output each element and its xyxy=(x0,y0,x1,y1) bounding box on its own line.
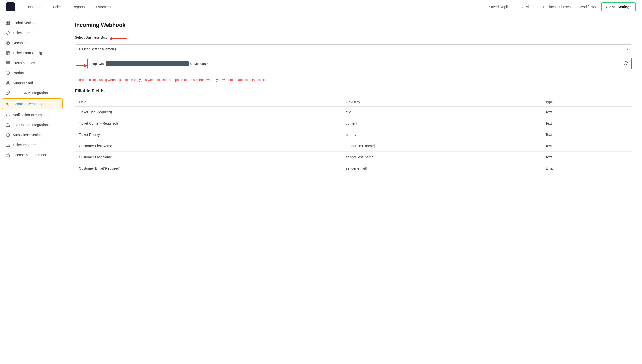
sidebar-item-notification-integrations[interactable]: Notification Integrations xyxy=(0,110,65,120)
sidebar-label-products: Products xyxy=(13,71,26,75)
field-name-2: Ticket Priority xyxy=(75,129,342,140)
field-key-1: content xyxy=(342,118,542,129)
sidebar-item-support-staff[interactable]: Support Staff xyxy=(0,78,65,88)
nav-activities[interactable]: Activities xyxy=(517,3,538,11)
webhook-warning-text: To create tickets using webhooks please … xyxy=(75,78,632,82)
table-row: Customer First Name sender[first_name] T… xyxy=(75,140,632,152)
link-icon xyxy=(6,91,10,95)
field-type-4: Text xyxy=(542,152,632,163)
table-row: Ticket Title(Required) title Text xyxy=(75,106,632,118)
sidebar-label-fluentcrm: FluentCRM Integration xyxy=(13,91,48,95)
refresh-webhook-button[interactable] xyxy=(620,58,632,69)
field-type-0: Text xyxy=(542,106,632,118)
webhook-icon xyxy=(6,102,10,106)
field-type-2: Text xyxy=(542,129,632,140)
svg-rect-8 xyxy=(6,62,10,62)
red-arrow-label xyxy=(110,36,130,41)
topnav: Dashboard Tickets Reports Customers Save… xyxy=(0,0,642,14)
sidebar-label-license-management: License Management xyxy=(13,153,46,157)
field-name-0: Ticket Title(Required) xyxy=(75,106,342,118)
webhook-url-box: https://fs. 50c3c29d8f4 xyxy=(88,58,632,70)
webhook-url-suffix: 50c3c29d8f4 xyxy=(190,62,208,66)
fillable-fields-title: Fillable Fields xyxy=(75,88,632,94)
svg-rect-1 xyxy=(8,21,10,22)
col-header-field-key: Field Key xyxy=(342,98,542,107)
field-key-4: sender[last_name] xyxy=(342,152,542,163)
refresh-icon xyxy=(624,61,628,66)
svg-rect-0 xyxy=(6,21,8,22)
sidebar: Global Settings Ticket Tags Recaptcha xyxy=(0,14,65,364)
package-icon xyxy=(6,71,10,75)
nav-tickets[interactable]: Tickets xyxy=(49,3,67,11)
sidebar-label-ticket-tags: Ticket Tags xyxy=(13,31,30,35)
sidebar-label-recaptcha: Recaptcha xyxy=(13,41,30,45)
nav-dashboard[interactable]: Dashboard xyxy=(23,3,47,11)
field-type-5: Email xyxy=(542,163,632,174)
table-row: Customer Last Name sender[last_name] Tex… xyxy=(75,152,632,163)
nav-business-inboxes[interactable]: Business Inboxes xyxy=(540,3,574,11)
sidebar-item-auto-close-settings[interactable]: Auto Close Settings xyxy=(0,130,65,140)
field-name-3: Customer First Name xyxy=(75,140,342,152)
nav-customers[interactable]: Customers xyxy=(90,3,114,11)
field-key-3: sender[first_name] xyxy=(342,140,542,152)
sidebar-item-ticket-form-config[interactable]: Ticket Form Config xyxy=(0,48,65,58)
sidebar-item-license-management[interactable]: License Management xyxy=(0,150,65,160)
lock-icon xyxy=(6,153,10,157)
bell-icon xyxy=(6,113,10,117)
business-box-dropdown-wrapper: Fs test Settings( email ) ▾ xyxy=(75,44,632,54)
sidebar-item-fluentcrm[interactable]: FluentCRM Integration xyxy=(0,88,65,98)
svg-point-5 xyxy=(6,41,10,45)
table-row: Ticket Priority priority Text xyxy=(75,129,632,140)
field-name-4: Customer Last Name xyxy=(75,152,342,163)
sidebar-label-global-settings: Global Settings xyxy=(13,21,36,25)
nav-reports[interactable]: Reports xyxy=(69,3,88,11)
sidebar-item-incoming-webhook[interactable]: Incoming Webhook xyxy=(2,98,63,110)
sidebar-item-recaptcha[interactable]: Recaptcha xyxy=(0,38,65,48)
webhook-url-display: https://fs. 50c3c29d8f4 xyxy=(88,59,620,68)
clock-icon xyxy=(6,133,10,137)
field-key-5: sender[email] xyxy=(342,163,542,174)
sidebar-item-ticket-importer[interactable]: Ticket Importer xyxy=(0,140,65,150)
webhook-url-masked xyxy=(106,62,189,66)
col-header-type: Type xyxy=(542,98,632,107)
sidebar-label-notification-integrations: Notification Integrations xyxy=(13,113,49,117)
upload-icon xyxy=(6,123,10,127)
sidebar-label-file-upload-integrations: File Upload Integrations xyxy=(13,123,50,127)
field-name-5: Customer Email(Required) xyxy=(75,163,342,174)
sidebar-label-support-staff: Support Staff xyxy=(13,81,33,85)
topnav-links: Dashboard Tickets Reports Customers xyxy=(23,3,486,11)
field-type-3: Text xyxy=(542,140,632,152)
webhook-url-prefix: https://fs. xyxy=(92,62,105,66)
sidebar-item-products[interactable]: Products xyxy=(0,68,65,78)
user-icon xyxy=(6,81,10,85)
topnav-right: Saved Replies Activities Business Inboxe… xyxy=(486,2,636,12)
svg-point-7 xyxy=(8,52,9,54)
gear-icon xyxy=(6,51,10,55)
sidebar-item-custom-fields[interactable]: Custom Fields xyxy=(0,58,65,68)
nav-workflows[interactable]: Workflows xyxy=(576,3,599,11)
shield-icon xyxy=(6,41,10,45)
sidebar-label-ticket-form-config: Ticket Form Config xyxy=(13,51,42,55)
nav-global-settings-button[interactable]: Global Settings xyxy=(601,2,636,12)
svg-rect-10 xyxy=(6,64,10,64)
field-name-1: Ticket Content(Required) xyxy=(75,118,342,129)
sidebar-label-ticket-importer: Ticket Importer xyxy=(13,143,36,147)
sidebar-label-auto-close-settings: Auto Close Settings xyxy=(13,133,44,137)
svg-rect-3 xyxy=(8,24,10,25)
nav-saved-replies[interactable]: Saved Replies xyxy=(486,3,515,11)
business-box-dropdown[interactable]: Fs test Settings( email ) xyxy=(75,44,632,54)
app-logo[interactable] xyxy=(6,2,15,12)
sidebar-item-global-settings[interactable]: Global Settings xyxy=(0,18,65,28)
field-key-0: title xyxy=(342,106,542,118)
download-icon xyxy=(6,143,10,147)
fillable-fields-table: Field Field Key Type Ticket Title(Requir… xyxy=(75,98,632,174)
select-business-box-label: Select Business Box xyxy=(75,36,107,40)
sidebar-item-file-upload-integrations[interactable]: File Upload Integrations xyxy=(0,120,65,130)
field-key-2: priority xyxy=(342,129,542,140)
sidebar-label-incoming-webhook: Incoming Webhook xyxy=(12,102,42,106)
sidebar-label-custom-fields: Custom Fields xyxy=(13,61,35,65)
svg-rect-2 xyxy=(6,24,8,25)
svg-rect-16 xyxy=(6,155,10,157)
table-row: Customer Email(Required) sender[email] E… xyxy=(75,163,632,174)
sidebar-item-ticket-tags[interactable]: Ticket Tags xyxy=(0,28,65,38)
